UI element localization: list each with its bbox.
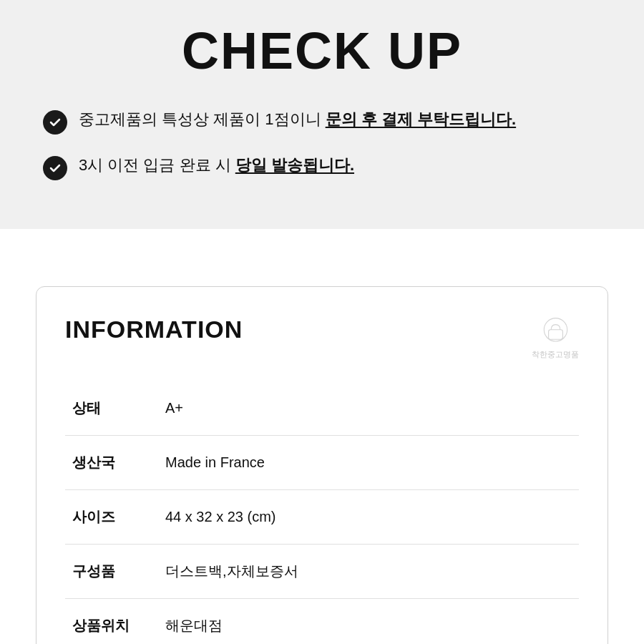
watermark-bag-icon [540,316,572,348]
label-location: 상품위치 [65,599,158,645]
checklist-item-1: 중고제품의 특성상 제품이 1점이니 문의 후 결제 부탁드립니다. [43,109,601,135]
table-row-contents: 구성품 더스트백,자체보증서 [65,545,579,599]
checklist-item-2: 3시 이전 입금 완료 시 당일 발송됩니다. [43,155,601,180]
checklist-text-1: 중고제품의 특성상 제품이 1점이니 문의 후 결제 부탁드립니다. [79,109,516,131]
watermark-label: 착한중고명품 [532,349,579,360]
check-icon-1 [43,110,67,135]
value-origin: Made in France [158,436,579,490]
checklist: 중고제품의 특성상 제품이 1점이니 문의 후 결제 부탁드립니다. 3시 이전… [29,109,615,180]
table-row-size: 사이즈 44 x 32 x 23 (cm) [65,490,579,545]
checklist-text-2: 3시 이전 입금 완료 시 당일 발송됩니다. [79,155,354,177]
checklist-text-1-bold: 문의 후 결제 부탁드립니다. [326,110,516,128]
label-origin: 생산국 [65,436,158,490]
info-section-title: INFORMATION [65,316,243,343]
page-title: CHECK UP [29,21,615,80]
svg-rect-1 [548,330,562,340]
label-size: 사이즈 [65,490,158,545]
label-status: 상태 [65,381,158,436]
table-row-origin: 생산국 Made in France [65,436,579,490]
label-contents: 구성품 [65,545,158,599]
table-row-location: 상품위치 해운대점 [65,599,579,645]
section-spacer [0,229,644,258]
check-icon-2 [43,156,67,180]
value-status: A+ [158,381,579,436]
header-section: CHECK UP 중고제품의 특성상 제품이 1점이니 문의 후 결제 부탁드립… [0,0,644,229]
value-contents: 더스트백,자체보증서 [158,545,579,599]
info-card: INFORMATION 착한중고명품 상태 A+ 생산국 Made [36,286,608,644]
info-header: INFORMATION 착한중고명품 [65,316,579,360]
checklist-text-2-bold: 당일 발송됩니다. [235,156,354,174]
value-location: 해운대점 [158,599,579,645]
info-table: 상태 A+ 생산국 Made in France 사이즈 44 x 32 x 2… [65,381,579,644]
info-section: INFORMATION 착한중고명품 상태 A+ 생산국 Made [0,258,644,644]
value-size: 44 x 32 x 23 (cm) [158,490,579,545]
table-row-status: 상태 A+ [65,381,579,436]
watermark: 착한중고명품 [532,316,579,360]
